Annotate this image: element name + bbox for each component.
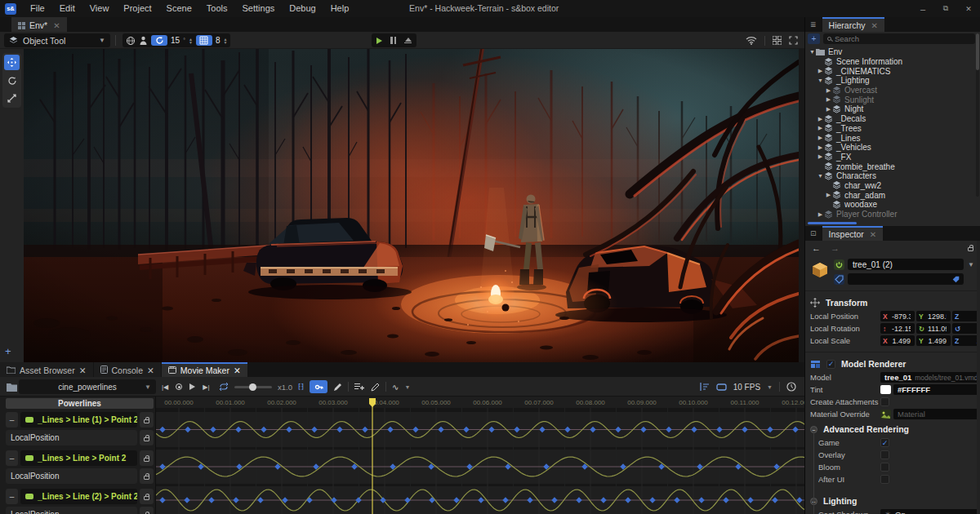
expand-arrow-icon[interactable]: ▼ <box>817 78 824 83</box>
hierarchy-item-env[interactable]: ▼Env <box>805 47 980 57</box>
minimize-button[interactable]: – <box>911 4 934 14</box>
edit-icon[interactable] <box>371 383 380 392</box>
model-field[interactable]: tree_01 models/tree_01.vmdl <box>880 372 978 383</box>
eject-button[interactable] <box>404 38 412 44</box>
play-timeline-button[interactable] <box>189 383 195 390</box>
expand-arrow-icon[interactable]: ▶ <box>825 192 832 198</box>
hierarchy-item--decals[interactable]: ▶_Decals <box>805 114 980 124</box>
layout-grid-icon[interactable] <box>773 36 782 45</box>
scale-tool-button[interactable] <box>4 91 20 106</box>
timeline[interactable]: 00.00.00000.01.00000.02.00000.03.00000.0… <box>155 397 804 514</box>
track-row[interactable]: –_Lines > Line > Point 2 <box>6 450 154 466</box>
track-group-header[interactable]: Powerlines <box>6 398 154 409</box>
hierarchy-item--lines[interactable]: ▶_Lines <box>805 133 980 143</box>
lighting-header[interactable]: – Lighting <box>805 492 980 508</box>
transform-header[interactable]: Transform <box>805 294 980 310</box>
add-track-icon[interactable] <box>354 383 365 392</box>
tab-close-icon[interactable]: ✕ <box>79 366 87 375</box>
record-button[interactable] <box>176 383 182 390</box>
material-icon[interactable] <box>880 410 891 419</box>
hierarchy-item-player-controller[interactable]: ▶Player Controller <box>805 210 980 219</box>
axis-field[interactable]: ↕-12.15 <box>880 323 915 334</box>
hierarchy-hscrollbar[interactable] <box>808 222 975 225</box>
after-ui-checkbox[interactable] <box>880 475 889 484</box>
axis-field[interactable]: Z2 <box>952 311 980 321</box>
object-name-field[interactable]: tree_01 (2) <box>848 259 964 270</box>
hierarchy-item-night[interactable]: ▶Night <box>805 104 980 114</box>
pencil-icon[interactable] <box>333 383 342 392</box>
track-row[interactable]: LocalPosition <box>6 430 154 445</box>
track-property[interactable]: LocalPosition <box>6 507 137 514</box>
globe-icon[interactable] <box>126 36 136 46</box>
axis-field[interactable]: X-879.3 <box>880 311 915 321</box>
snap-keys-icon[interactable] <box>700 383 710 391</box>
object-tool-dropdown[interactable]: Object Tool ▼ <box>4 33 110 47</box>
add-button[interactable]: + <box>5 345 11 357</box>
tint-swatch[interactable] <box>880 385 891 394</box>
enabled-toggle[interactable] <box>834 259 844 270</box>
expand-arrow-icon[interactable]: ▶ <box>817 211 824 218</box>
frame-icon[interactable] <box>716 383 727 391</box>
collapse-track-button[interactable]: – <box>6 450 18 466</box>
lock-track-button[interactable] <box>140 450 154 466</box>
expand-arrow-icon[interactable]: ▼ <box>817 173 824 179</box>
expand-arrow-icon[interactable]: ▶ <box>817 144 824 151</box>
tag-icon[interactable] <box>834 274 844 285</box>
expand-arrow-icon[interactable]: ▼ <box>808 49 816 55</box>
track-name[interactable]: _Lines > Line (2) > Point 2 <box>20 489 137 504</box>
hierarchy-item--lighting[interactable]: ▼_Lighting <box>805 76 980 86</box>
loop-icon[interactable] <box>219 383 229 391</box>
tab-hierarchy[interactable]: Hierarchy ✕ <box>822 17 884 32</box>
collapse-track-button[interactable]: – <box>6 412 18 428</box>
go-to-end-button[interactable]: ▶| <box>203 383 209 391</box>
tab-console[interactable]: Console✕ <box>94 362 161 377</box>
collapse-track-button[interactable]: – <box>6 489 18 504</box>
hierarchy-tab-close-icon[interactable]: ✕ <box>871 21 877 30</box>
forward-button[interactable]: → <box>831 243 840 253</box>
tab-inspector[interactable]: Inspector ✕ <box>822 226 884 241</box>
back-button[interactable]: ← <box>812 243 821 253</box>
hierarchy-item-characters[interactable]: ▼Characters <box>805 171 980 181</box>
lock-track-button[interactable] <box>140 468 154 484</box>
model-renderer-checkbox[interactable]: ✓ <box>826 360 835 369</box>
material-field[interactable]: Material <box>893 409 978 419</box>
rotate-tool-button[interactable] <box>4 73 20 88</box>
hierarchy-item-char-adam[interactable]: ▶char_adam <box>805 190 980 200</box>
rotation-snap-button[interactable] <box>151 35 167 46</box>
hierarchy-item--fx[interactable]: ▶_FX <box>805 153 980 162</box>
folder-button[interactable] <box>7 379 17 394</box>
menu-debug[interactable]: Debug <box>282 0 323 17</box>
game-checkbox[interactable]: ✓ <box>880 438 889 447</box>
add-entity-button[interactable]: + <box>808 33 820 44</box>
restore-button[interactable]: ⧉ <box>934 4 957 13</box>
tab-close-icon[interactable]: ✕ <box>234 366 241 375</box>
track-name[interactable]: _Lines > Line (1) > Point 2 <box>20 412 137 428</box>
menu-edit[interactable]: Edit <box>52 0 82 17</box>
track-row[interactable]: LocalPosition <box>6 468 154 484</box>
lock-track-button[interactable] <box>140 412 154 428</box>
close-button[interactable]: ✕ <box>957 5 980 13</box>
hierarchy-item-sunlight[interactable]: ▶Sunlight <box>805 95 980 104</box>
play-button[interactable] <box>376 38 382 44</box>
tab-asset-browser[interactable]: Asset Browser✕ <box>0 362 93 377</box>
expand-arrow-icon[interactable]: ▶ <box>817 116 824 122</box>
expand-arrow-icon[interactable]: ▶ <box>817 125 824 131</box>
pause-button[interactable] <box>390 37 396 44</box>
move-tool-button[interactable] <box>4 55 20 70</box>
track-name[interactable]: _Lines > Line > Point 2 <box>20 450 137 466</box>
menu-help[interactable]: Help <box>323 0 357 17</box>
hierarchy-item-woodaxe[interactable]: woodaxe <box>805 200 980 210</box>
grid-snap-button[interactable] <box>196 35 212 46</box>
track-property[interactable]: LocalPosition <box>6 430 137 445</box>
range-icon[interactable]: ⁅⁆ <box>298 383 304 391</box>
expand-arrow-icon[interactable]: ▶ <box>825 87 832 94</box>
hierarchy-vscrollbar[interactable] <box>976 33 979 197</box>
tags-field[interactable] <box>848 273 964 285</box>
menu-file[interactable]: File <box>23 0 52 17</box>
tab-close-icon[interactable]: ✕ <box>53 21 60 30</box>
curve-icon[interactable]: ∿ <box>392 383 399 392</box>
track-row[interactable]: –_Lines > Line (2) > Point 2 <box>6 489 154 504</box>
search-input[interactable]: Search <box>823 33 975 44</box>
object-options-caret[interactable]: ▼ <box>967 261 975 268</box>
expand-arrow-icon[interactable]: ▶ <box>825 96 832 103</box>
